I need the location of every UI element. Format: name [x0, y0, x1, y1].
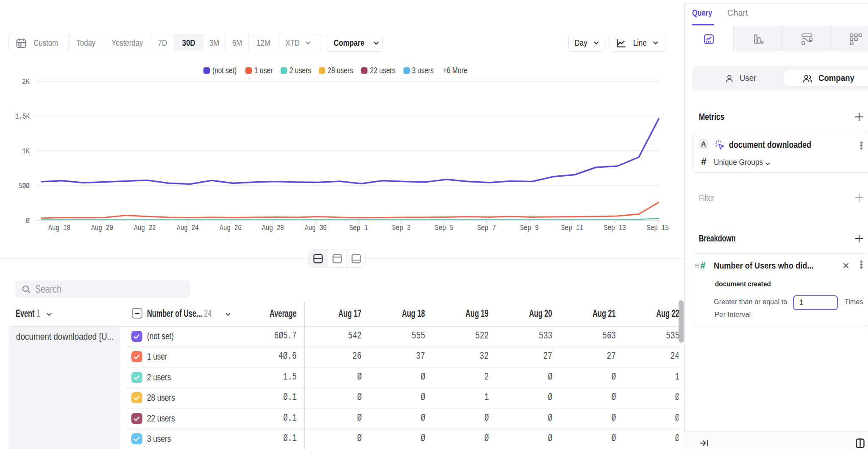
svg-text:Aug 22: Aug 22	[134, 223, 156, 233]
svg-text:Ø: Ø	[26, 216, 30, 225]
svg-text:Sep 11: Sep 11	[561, 223, 583, 233]
svg-text:Sep 15: Sep 15	[647, 223, 669, 233]
svg-text:Aug 26: Aug 26	[220, 223, 242, 233]
svg-text:Sep 3: Sep 3	[392, 223, 411, 233]
svg-text:Sep 1: Sep 1	[349, 223, 368, 233]
svg-text:Aug 24: Aug 24	[177, 223, 199, 233]
svg-text:Aug 28: Aug 28	[262, 223, 284, 233]
svg-text:Aug 18: Aug 18	[48, 223, 70, 233]
svg-text:Sep 7: Sep 7	[477, 223, 496, 233]
svg-text:Sep 13: Sep 13	[604, 223, 626, 233]
svg-text:5ØØ: 5ØØ	[19, 181, 30, 191]
svg-text:Sep 5: Sep 5	[435, 223, 453, 233]
svg-text:2K: 2K	[22, 77, 30, 86]
svg-text:1K: 1K	[22, 147, 30, 156]
svg-text:Aug 20: Aug 20	[91, 223, 113, 233]
svg-text:Aug 30: Aug 30	[305, 223, 327, 233]
svg-text:Sep 9: Sep 9	[520, 223, 539, 233]
svg-text:1.5K: 1.5K	[15, 112, 30, 121]
